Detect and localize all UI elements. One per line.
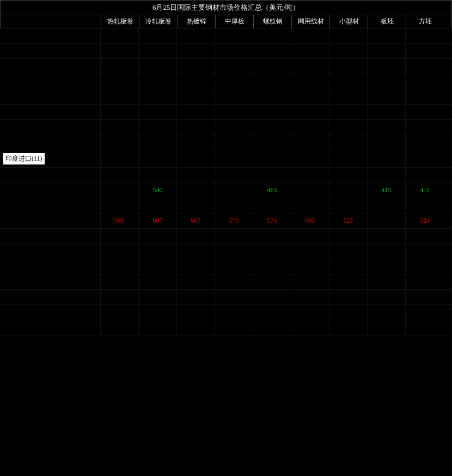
row-cell — [406, 305, 444, 320]
row-cell — [101, 74, 139, 89]
row-cell — [291, 105, 329, 119]
row-label — [0, 274, 101, 289]
row-label — [0, 89, 101, 104]
row-cell — [215, 135, 253, 150]
row-cell — [139, 290, 177, 304]
row-cell — [253, 198, 291, 213]
row-label — [0, 135, 101, 150]
row-cell — [368, 244, 406, 259]
row-cell — [139, 198, 177, 213]
row-cell: 627 — [329, 213, 368, 228]
table-row — [0, 74, 452, 89]
row-cell — [101, 259, 139, 274]
row-cell — [406, 120, 444, 135]
row-cell — [329, 89, 368, 104]
row-cell — [101, 135, 139, 150]
row-cell — [368, 290, 406, 304]
row-cell — [291, 305, 329, 320]
table-row — [0, 290, 452, 305]
row-cell — [215, 183, 253, 198]
row-cell — [406, 274, 444, 289]
row-cell — [253, 135, 291, 150]
table-header: 热轧板卷 冷轧板卷 热镀锌 中厚板 螺纹钢 网用线材 小型材 板坯 方坯 — [0, 15, 452, 28]
row-label — [0, 244, 101, 259]
row-label — [0, 74, 101, 89]
row-cell — [368, 259, 406, 274]
header-col-6: 网用线材 — [292, 15, 330, 28]
table-row — [0, 274, 452, 290]
row-cell — [368, 44, 406, 58]
row-cell — [368, 213, 406, 228]
row-cell — [291, 28, 329, 43]
row-cell: 415 — [368, 183, 406, 198]
table-row — [0, 168, 452, 183]
row-cell — [139, 244, 177, 259]
header-col-5: 螺纹钢 — [254, 15, 292, 28]
row-label — [0, 305, 101, 320]
row-cell — [101, 274, 139, 289]
row-cell: 411 — [406, 183, 444, 198]
row-cell — [215, 74, 253, 89]
row-cell — [329, 274, 368, 289]
row-cell — [101, 183, 139, 198]
row-cell — [406, 105, 444, 119]
row-label — [0, 120, 101, 135]
row-label: 印度进口(11) — [0, 150, 101, 167]
row-cell — [406, 28, 444, 43]
row-cell — [291, 135, 329, 150]
header-col-label — [1, 15, 101, 28]
row-cell — [329, 59, 368, 74]
row-cell — [291, 120, 329, 135]
row-cell — [368, 305, 406, 320]
row-cell — [215, 150, 253, 167]
row-cell — [101, 229, 139, 243]
row-label — [0, 105, 101, 119]
row-cell — [368, 320, 406, 335]
row-cell — [139, 135, 177, 150]
row-label — [0, 229, 101, 243]
row-cell — [291, 290, 329, 304]
row-cell: 576 — [253, 213, 291, 228]
row-cell — [215, 229, 253, 243]
row-cell: 607 — [139, 213, 177, 228]
table-row — [0, 305, 452, 320]
row-cell — [139, 274, 177, 289]
table-row: 印度进口(11) — [0, 150, 452, 168]
table-row — [0, 320, 452, 335]
row-label — [0, 28, 101, 43]
row-cell — [177, 120, 215, 135]
row-cell — [291, 259, 329, 274]
row-cell — [329, 244, 368, 259]
row-cell — [329, 168, 368, 182]
row-cell — [101, 244, 139, 259]
row-cell — [139, 259, 177, 274]
row-cell — [253, 44, 291, 58]
row-cell — [406, 168, 444, 182]
row-cell: 569 — [101, 213, 139, 228]
row-cell — [177, 135, 215, 150]
row-cell — [368, 229, 406, 243]
row-cell — [177, 74, 215, 89]
row-cell — [406, 198, 444, 213]
row-cell — [368, 105, 406, 119]
row-cell — [215, 105, 253, 119]
header-col-4: 中厚板 — [216, 15, 254, 28]
row-cell — [101, 89, 139, 104]
table-row — [0, 89, 452, 105]
row-cell — [215, 290, 253, 304]
row-cell — [368, 120, 406, 135]
row-cell — [291, 274, 329, 289]
row-cell — [177, 105, 215, 119]
table-row — [0, 259, 452, 274]
row-cell — [291, 198, 329, 213]
row-cell — [291, 183, 329, 198]
row-cell — [368, 135, 406, 150]
row-cell: 579 — [215, 213, 253, 228]
row-cell — [291, 320, 329, 335]
row-cell — [215, 259, 253, 274]
row-label — [0, 198, 101, 213]
row-cell — [139, 44, 177, 58]
table-row — [0, 120, 452, 135]
table-row — [0, 135, 452, 150]
row-label — [0, 59, 101, 74]
